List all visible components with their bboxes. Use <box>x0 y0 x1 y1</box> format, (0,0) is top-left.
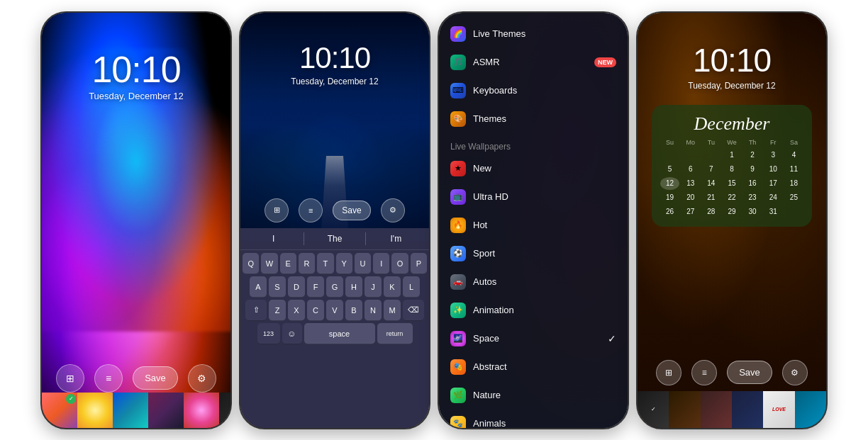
key-h[interactable]: H <box>345 276 362 298</box>
day-30[interactable]: 30 <box>743 205 762 218</box>
day-10[interactable]: 10 <box>764 163 783 176</box>
day-25[interactable]: 25 <box>784 191 803 204</box>
day-29[interactable]: 29 <box>722 205 741 218</box>
key-w[interactable]: W <box>261 253 277 274</box>
grid-icon-2[interactable]: ⊞ <box>265 198 289 222</box>
thumbnail-4[interactable] <box>148 393 184 428</box>
key-y[interactable]: Y <box>336 253 352 274</box>
suggestion-2[interactable]: The <box>304 232 365 245</box>
thumbnail-3[interactable] <box>113 393 148 428</box>
grid-icon-4[interactable]: ⊞ <box>656 360 681 385</box>
thumbnail-6[interactable] <box>219 393 230 428</box>
save-button-1[interactable]: Save <box>133 366 178 390</box>
day-4[interactable]: 4 <box>784 149 803 162</box>
day-3[interactable]: 3 <box>764 149 783 162</box>
day-22[interactable]: 22 <box>722 191 741 204</box>
key-x[interactable]: X <box>288 300 305 321</box>
s4-thumb-2[interactable] <box>669 391 700 428</box>
thumbnail-5[interactable] <box>184 393 219 428</box>
key-emoji[interactable]: ☺ <box>282 323 302 344</box>
key-j[interactable]: J <box>365 276 382 298</box>
day-12[interactable]: 12 <box>660 177 679 190</box>
day-16[interactable]: 16 <box>743 177 762 190</box>
gear-icon-4[interactable]: ⚙ <box>782 360 808 385</box>
key-n[interactable]: N <box>365 300 382 321</box>
list-icon[interactable]: ≡ <box>94 364 123 393</box>
key-l[interactable]: L <box>403 276 420 298</box>
s4-thumb-4[interactable] <box>732 391 763 428</box>
day-21[interactable]: 21 <box>701 191 720 204</box>
gear-icon[interactable]: ⚙ <box>188 364 216 393</box>
day-24[interactable]: 24 <box>764 191 783 204</box>
menu-item-hot[interactable]: 🔥 Hot <box>439 211 628 239</box>
key-e[interactable]: E <box>280 253 296 274</box>
day-13[interactable]: 13 <box>681 177 700 190</box>
key-m[interactable]: M <box>384 300 401 321</box>
menu-item-keyboards[interactable]: ⌨ Keyboards <box>439 77 628 105</box>
key-c[interactable]: C <box>307 300 324 321</box>
key-backspace[interactable]: ⌫ <box>403 300 424 321</box>
day-9[interactable]: 9 <box>743 163 762 176</box>
day-2[interactable]: 2 <box>743 149 762 162</box>
key-k[interactable]: K <box>384 276 401 298</box>
day-14[interactable]: 14 <box>701 177 720 190</box>
suggestion-3[interactable]: I'm <box>366 232 426 245</box>
key-g[interactable]: G <box>326 276 343 298</box>
key-d[interactable]: D <box>288 276 305 298</box>
day-5[interactable]: 5 <box>660 163 679 176</box>
key-123[interactable]: 123 <box>257 323 280 344</box>
menu-item-animals[interactable]: 🐾 Animals <box>439 410 628 429</box>
s4-thumb-5[interactable]: LOVE <box>763 391 794 428</box>
grid-icon[interactable]: ⊞ <box>56 364 84 393</box>
day-19[interactable]: 19 <box>660 191 679 204</box>
menu-item-autos[interactable]: 🚗 Autos <box>439 268 628 296</box>
gear-icon-2[interactable]: ⚙ <box>381 198 405 222</box>
suggestion-1[interactable]: I <box>243 232 304 245</box>
key-return[interactable]: return <box>377 323 413 344</box>
save-button-4[interactable]: Save <box>727 361 772 384</box>
key-v[interactable]: V <box>326 300 343 321</box>
day-6[interactable]: 6 <box>681 163 700 176</box>
day-7[interactable]: 7 <box>701 163 720 176</box>
day-15[interactable]: 15 <box>722 177 741 190</box>
menu-item-nature[interactable]: 🌿 Nature <box>439 381 628 410</box>
save-button-2[interactable]: Save <box>333 201 370 220</box>
day-1[interactable]: 1 <box>722 149 741 162</box>
key-i[interactable]: I <box>373 253 389 274</box>
menu-item-new[interactable]: ★ New <box>439 154 628 183</box>
day-28[interactable]: 28 <box>701 205 720 218</box>
menu-item-abstract[interactable]: 🎭 Abstract <box>439 353 628 381</box>
thumbnail-2[interactable] <box>77 393 113 428</box>
key-t[interactable]: T <box>317 253 333 274</box>
key-r[interactable]: R <box>299 253 315 274</box>
list-icon-2[interactable]: ≡ <box>299 198 323 222</box>
key-u[interactable]: U <box>355 253 371 274</box>
key-a[interactable]: A <box>250 276 267 298</box>
menu-item-animation[interactable]: ✨ Animation <box>439 296 628 325</box>
thumbnail-1[interactable]: ✓ <box>42 393 77 428</box>
day-23[interactable]: 23 <box>743 191 762 204</box>
key-shift[interactable]: ⇧ <box>245 300 267 321</box>
day-20[interactable]: 20 <box>681 191 700 204</box>
s4-thumb-3[interactable] <box>701 391 732 428</box>
menu-item-sport[interactable]: ⚽ Sport <box>439 239 628 268</box>
day-26[interactable]: 26 <box>660 205 679 218</box>
key-f[interactable]: F <box>307 276 324 298</box>
key-q[interactable]: Q <box>243 253 259 274</box>
key-p[interactable]: P <box>411 253 427 274</box>
key-space[interactable]: space <box>304 323 375 344</box>
menu-item-asmr[interactable]: 🎵 ASMR NEW <box>439 48 628 77</box>
list-icon-4[interactable]: ≡ <box>691 360 717 385</box>
key-s[interactable]: S <box>269 276 286 298</box>
s4-thumb-6[interactable] <box>795 391 826 428</box>
menu-item-ultrahd[interactable]: 📺 Ultra HD <box>439 183 628 211</box>
key-z[interactable]: Z <box>269 300 286 321</box>
key-b[interactable]: B <box>345 300 362 321</box>
day-31[interactable]: 31 <box>764 205 783 218</box>
day-18[interactable]: 18 <box>784 177 803 190</box>
s4-thumb-1[interactable]: ✓ <box>638 391 669 428</box>
menu-item-themes[interactable]: 🎨 Themes <box>439 105 628 133</box>
day-11[interactable]: 11 <box>784 163 803 176</box>
day-8[interactable]: 8 <box>722 163 741 176</box>
menu-item-space[interactable]: 🌌 Space ✓ <box>439 325 628 353</box>
